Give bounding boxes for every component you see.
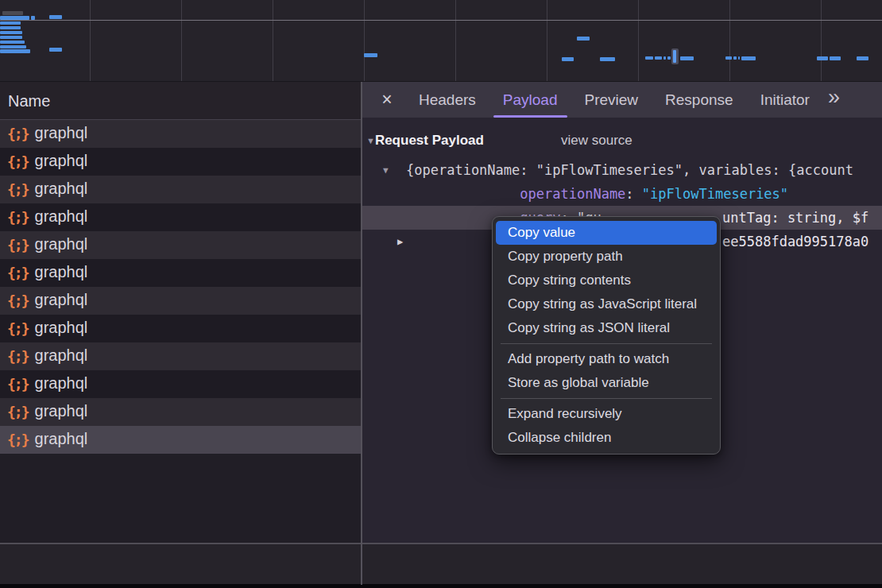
overview-gridline — [821, 0, 822, 81]
view-source-link[interactable]: view source — [561, 133, 632, 149]
overview-ruler-line — [0, 20, 882, 21]
request-name: graphql — [35, 152, 88, 172]
json-braces-icon: {;} — [7, 153, 29, 170]
json-braces-icon: {;} — [7, 209, 29, 226]
menu-separator — [501, 343, 712, 344]
overview-gridline — [455, 0, 456, 81]
menu-item-copy-string-contents[interactable]: Copy string contents — [496, 269, 717, 292]
waterfall-bar — [0, 26, 21, 29]
waterfall-bar — [49, 15, 62, 19]
request-row[interactable]: {;}graphql — [0, 176, 362, 203]
json-braces-icon: {;} — [7, 431, 29, 448]
request-name: graphql — [35, 180, 88, 199]
overview-gridline — [90, 0, 91, 81]
waterfall-bar — [857, 56, 868, 60]
request-payload-section-header[interactable]: ▼ Request Payload view source — [362, 129, 882, 153]
overview-selected-marker — [671, 48, 679, 64]
waterfall-bar — [0, 49, 30, 53]
request-row[interactable]: {;}graphql — [0, 203, 362, 231]
waterfall-bar — [0, 31, 22, 34]
request-name: graphql — [35, 263, 88, 283]
request-name: graphql — [35, 402, 88, 422]
json-braces-icon: {;} — [7, 126, 29, 142]
menu-item-expand-recursively[interactable]: Expand recursively — [496, 402, 717, 426]
waterfall-bar — [600, 57, 615, 61]
menu-item-copy-property-path[interactable]: Copy property path — [496, 245, 717, 269]
menu-item-store-as-global-variable[interactable]: Store as global variable — [496, 371, 717, 395]
request-name: graphql — [35, 235, 88, 255]
chevron-double-right-icon[interactable]: » — [828, 87, 840, 113]
waterfall-bar — [830, 56, 841, 60]
waterfall-bar — [741, 56, 756, 60]
name-column-header[interactable]: Name — [0, 82, 362, 120]
json-string-value: "ipFlowTimeseries" — [642, 186, 788, 202]
waterfall-bar — [655, 56, 662, 60]
devtools-network-panel: Name {;}graphql{;}graphql{;}graphql{;}gr… — [0, 0, 882, 588]
key-separator: : — [625, 186, 641, 202]
waterfall-bar — [0, 16, 29, 20]
waterfall-bar — [31, 16, 35, 20]
request-rows: {;}graphql{;}graphql{;}graphql{;}graphql… — [0, 120, 362, 454]
waterfall-bar — [725, 56, 732, 60]
json-braces-icon: {;} — [7, 292, 29, 309]
json-value-right-fragment: ee5588fdad995178a0 — [722, 234, 868, 250]
request-row[interactable]: {;}graphql — [0, 120, 362, 148]
tab-response[interactable]: Response — [654, 82, 745, 118]
tab-preview[interactable]: Preview — [574, 82, 650, 118]
request-row[interactable]: {;}graphql — [0, 287, 362, 315]
waterfall-bar — [562, 57, 574, 61]
request-row[interactable]: {;}graphql — [0, 259, 362, 287]
status-footer — [0, 543, 882, 584]
request-row[interactable]: {;}graphql — [0, 231, 362, 259]
waterfall-bar — [49, 48, 62, 52]
details-tabbar: × HeadersPayloadPreviewResponseInitiator… — [362, 82, 882, 118]
overview-gridline — [273, 0, 273, 81]
overview-gridline — [547, 0, 547, 81]
waterfall-bar — [733, 56, 737, 60]
request-row[interactable]: {;}graphql — [0, 342, 362, 370]
waterfall-bar — [738, 56, 740, 60]
request-row[interactable]: {;}graphql — [0, 370, 362, 398]
context-menu: Copy valueCopy property pathCopy string … — [492, 216, 721, 455]
tab-payload[interactable]: Payload — [492, 82, 569, 118]
request-row[interactable]: {;}graphql — [0, 398, 362, 426]
request-name: graphql — [35, 207, 88, 227]
waterfall-bar — [817, 56, 828, 60]
request-name: graphql — [35, 124, 88, 144]
waterfall-bar — [577, 37, 590, 41]
waterfall-bar — [2, 11, 23, 15]
menu-item-add-property-path-to-watch[interactable]: Add property path to watch — [496, 347, 717, 371]
menu-item-copy-value[interactable]: Copy value — [496, 221, 717, 245]
close-icon[interactable]: × — [378, 89, 396, 110]
json-braces-icon: {;} — [7, 320, 29, 337]
menu-item-copy-string-as-javascript-literal[interactable]: Copy string as JavaScript literal — [496, 292, 717, 316]
request-row[interactable]: {;}graphql — [0, 426, 362, 454]
pane-divider[interactable] — [361, 82, 362, 585]
overview-gridline — [364, 0, 365, 81]
tab-initiator[interactable]: Initiator — [749, 82, 821, 118]
waterfall-bar — [680, 56, 694, 60]
request-name: graphql — [35, 346, 88, 366]
request-name: graphql — [35, 291, 88, 311]
menu-separator — [501, 398, 712, 399]
waterfall-bar — [667, 56, 671, 60]
details-tabs: HeadersPayloadPreviewResponseInitiator — [405, 82, 823, 118]
request-row[interactable]: {;}graphql — [0, 315, 362, 342]
tab-headers[interactable]: Headers — [408, 82, 487, 118]
request-payload-title: Request Payload — [375, 133, 484, 149]
waterfall-bar — [645, 56, 653, 60]
network-overview-timeline[interactable] — [0, 0, 882, 82]
json-braces-icon: {;} — [7, 404, 29, 420]
json-string-value-right-fragment: untTag: string, $f — [722, 210, 868, 226]
json-braces-icon: {;} — [7, 376, 29, 393]
menu-item-collapse-children[interactable]: Collapse children — [496, 426, 717, 450]
collapse-triangle-icon[interactable]: ▼ — [366, 136, 375, 145]
waterfall-bar — [0, 36, 22, 39]
overview-gridline — [638, 0, 639, 81]
waterfall-bar — [0, 41, 25, 44]
expand-triangle-icon[interactable]: ▶ — [397, 236, 403, 247]
request-row[interactable]: {;}graphql — [0, 148, 362, 176]
json-braces-icon: {;} — [7, 181, 29, 198]
request-name: graphql — [35, 319, 88, 338]
menu-item-copy-string-as-json-literal[interactable]: Copy string as JSON literal — [496, 316, 717, 340]
